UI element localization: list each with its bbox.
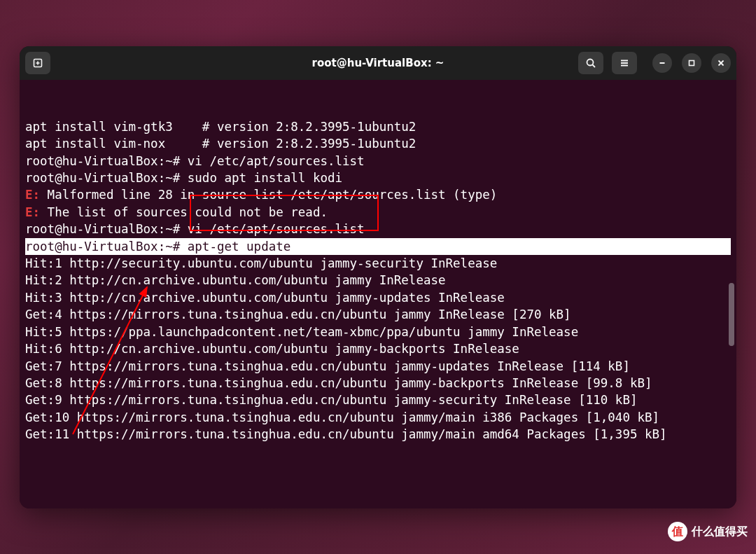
menu-button[interactable]: [612, 52, 637, 74]
svg-point-3: [587, 60, 594, 66]
watermark: 值 什么值得买: [668, 522, 748, 541]
minimize-icon: [658, 59, 666, 67]
terminal-body[interactable]: apt install vim-gtk3 # version 2:8.2.399…: [20, 80, 736, 508]
scrollbar-thumb[interactable]: [729, 283, 734, 346]
close-button[interactable]: [711, 53, 731, 73]
titlebar: root@hu-VirtualBox: ~: [20, 46, 736, 80]
new-tab-icon: [32, 57, 43, 69]
maximize-icon: [687, 59, 696, 67]
maximize-button[interactable]: [682, 53, 701, 73]
svg-rect-9: [690, 61, 694, 66]
terminal-window: root@hu-VirtualBox: ~: [20, 46, 736, 508]
watermark-text: 什么值得买: [692, 525, 748, 539]
hamburger-icon: [619, 57, 630, 69]
minimize-button[interactable]: [652, 53, 672, 73]
watermark-badge: 值: [668, 522, 687, 541]
svg-line-4: [593, 65, 596, 68]
close-icon: [717, 59, 725, 67]
new-tab-button[interactable]: [25, 52, 50, 74]
terminal-output: apt install vim-gtk3 # version 2:8.2.399…: [25, 118, 731, 443]
search-icon: [585, 57, 596, 69]
search-button[interactable]: [578, 52, 603, 74]
